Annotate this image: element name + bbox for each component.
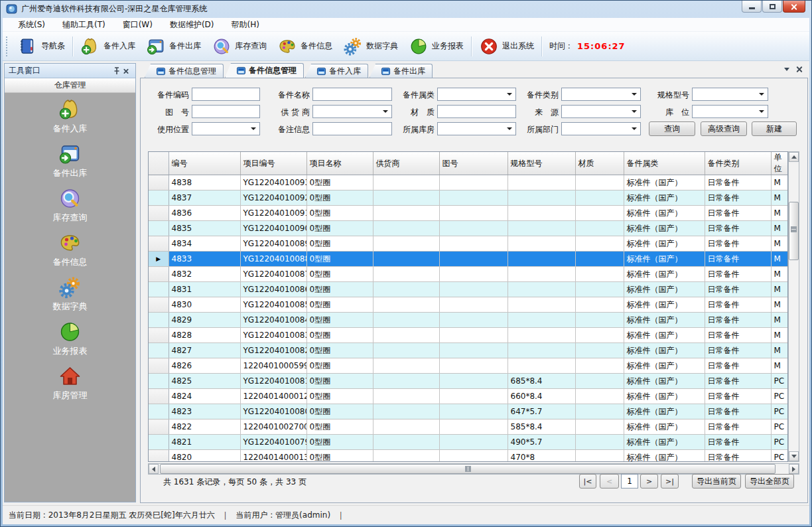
last-page-button[interactable]: >| [661,474,679,489]
minimize-button[interactable] [742,1,762,13]
sidebar-close-icon[interactable] [121,66,131,76]
row-selector[interactable] [149,358,169,374]
row-selector[interactable] [149,343,169,358]
menu-system[interactable]: 系统(S) [9,17,54,33]
column-header[interactable]: 图号 [439,152,508,175]
sidebar-item-data-dict[interactable]: 数据字典 [5,275,135,313]
pin-icon[interactable] [110,66,121,76]
scroll-down-button[interactable] [789,451,799,461]
row-selector[interactable] [149,175,169,190]
table-row[interactable]: 4831YG122040100860型圈标准件（国产）日常备件M [149,282,787,297]
row-selector[interactable] [149,389,169,404]
row-selector[interactable] [149,328,169,343]
part-code-input[interactable] [192,88,260,101]
row-selector[interactable] [149,435,169,450]
menu-data-maintenance[interactable]: 数据维护(D) [161,17,223,33]
row-selector[interactable] [149,190,169,206]
tab-part-info-mgmt-1[interactable]: 备件信息管理 [145,64,224,78]
table-row[interactable]: 4828YG122040100830型圈标准件（国产）日常备件M [149,328,787,343]
table-row[interactable]: ▶4833YG122040100880型圈标准件（国产）日常备件M [149,252,787,267]
toolbar-business-report-button[interactable]: 业务报表 [403,34,469,59]
table-row[interactable]: 4829YG122040100840型圈标准件（国产）日常备件M [149,313,787,328]
tab-part-inbound[interactable]: 备件入库 [305,64,368,78]
row-selector[interactable] [149,450,169,463]
source-select[interactable] [561,105,641,118]
toolbar-data-dict-button[interactable]: 数据字典 [338,34,403,59]
selector-column-header[interactable] [149,152,169,175]
row-selector[interactable] [149,221,169,236]
sidebar-item-warehouse-mgmt[interactable]: 库房管理 [5,364,135,402]
table-row[interactable]: 482212204010027000型圈585*8.4标准件（国产）日常备件PC [149,419,787,435]
toolbar-part-info-button[interactable]: 备件信息 [272,34,338,59]
spec-model-select[interactable] [692,88,768,101]
column-header[interactable]: 材质 [575,152,624,175]
title-bar[interactable]: 广州爱奇迪软件科技有限公司-深田之星仓库管理系统 [0,0,812,18]
sidebar-item-part-outbound[interactable]: 备件出库 [5,142,135,179]
tab-part-info-mgmt-2-active[interactable]: 备件信息管理 [225,63,304,78]
next-page-button[interactable]: > [640,474,658,489]
sidebar-item-part-inbound[interactable]: 备件入库 [5,98,135,135]
menu-window[interactable]: 窗口(W) [114,17,161,33]
table-row[interactable]: 4832YG122040100870型圈标准件（国产）日常备件M [149,267,787,282]
table-row[interactable]: 4825YG122040100810型圈685*8.4标准件（国产）日常备件PC [149,374,787,389]
material-input[interactable] [437,105,516,118]
row-selector[interactable] [149,206,169,221]
warehouse-select[interactable] [437,122,516,135]
maximize-button[interactable] [762,1,782,13]
table-row[interactable]: 4835YG122040100900型圈标准件（国产）日常备件M [149,221,787,236]
department-select[interactable] [561,122,641,135]
sidebar-item-stock-query[interactable]: 库存查询 [5,187,135,224]
menu-aux-tools[interactable]: 辅助工具(T) [54,17,114,33]
supplier-select[interactable] [312,105,392,118]
column-header[interactable]: 供货商 [373,152,439,175]
close-button[interactable] [783,1,805,13]
table-row[interactable]: 482012204014000130型圈470*8标准件（国产）日常备件PC [149,450,787,463]
horizontal-scroll-thumb[interactable] [160,464,776,474]
advanced-query-button[interactable]: 高级查询 [701,121,747,136]
row-selector[interactable] [149,267,169,282]
row-selector[interactable] [149,236,169,252]
toolbar-navbar-button[interactable]: 导航条 [13,34,70,59]
remark-input[interactable] [312,122,392,135]
prev-page-button[interactable]: < [600,474,619,489]
column-header[interactable]: 项目编号 [240,152,306,175]
toolbar-part-outbound-button[interactable]: 备件出库 [141,34,206,59]
column-header[interactable]: 项目名称 [306,152,373,175]
scroll-left-button[interactable] [149,464,159,474]
row-selector[interactable] [149,282,169,297]
column-header[interactable]: 备件类别 [705,152,771,175]
toolbar-exit-button[interactable]: 退出系统 [474,34,539,59]
page-number-input[interactable] [621,474,638,489]
scroll-right-button[interactable] [789,464,799,474]
vertical-scrollbar[interactable] [788,151,799,462]
table-row[interactable]: 4838YG122040100930型圈标准件（国产）日常备件M [149,175,787,190]
toolbar-stock-query-button[interactable]: 库存查询 [206,34,272,59]
row-selector[interactable] [149,374,169,389]
row-selector[interactable] [149,297,169,313]
export-current-page-button[interactable]: 导出当前页 [692,474,741,489]
row-selector[interactable] [149,313,169,328]
create-new-button[interactable]: 新建 [752,121,797,136]
first-page-button[interactable]: |< [579,474,596,489]
tab-overflow-chevron-down-icon[interactable] [784,68,789,71]
part-class-select[interactable] [437,88,516,101]
row-selector[interactable] [149,419,169,435]
query-button[interactable]: 查询 [649,121,695,136]
column-header[interactable]: 规格型号 [508,152,575,175]
drawing-no-input[interactable] [192,105,260,118]
part-name-input[interactable] [312,88,392,101]
row-selector[interactable] [149,404,169,419]
table-row[interactable]: 4834YG122040100890型圈标准件（国产）日常备件M [149,236,787,252]
menu-help[interactable]: 帮助(H) [223,17,268,33]
horizontal-scrollbar[interactable] [148,463,799,475]
column-header[interactable]: 单位 [771,152,787,175]
table-row[interactable]: 4821YG122040100790型圈490*5.7标准件（国产）日常备件PC [149,435,787,450]
sidebar-item-business-report[interactable]: 业务报表 [5,320,135,357]
toolbar-part-inbound-button[interactable]: 备件入库 [75,34,141,59]
part-type-select[interactable] [561,88,641,101]
column-header[interactable]: 备件属类 [624,152,705,175]
sidebar-group-header[interactable]: 仓库管理 [5,78,135,93]
tab-part-outbound[interactable]: 备件出库 [370,64,433,78]
table-row[interactable]: 482612204010005990型圈标准件（国产）日常备件M [149,358,787,374]
table-row[interactable]: 4823YG122040100800型圈647*5.7标准件（国产）日常备件PC [149,404,787,419]
